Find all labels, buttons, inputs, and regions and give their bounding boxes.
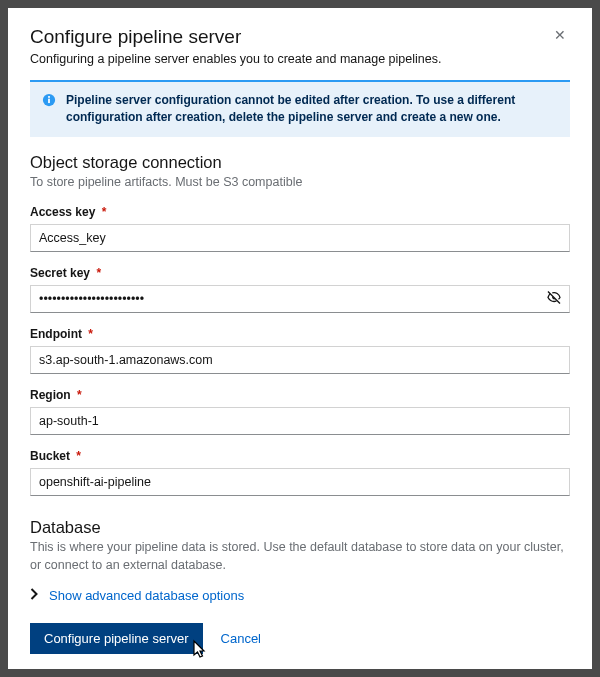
show-advanced-link[interactable]: Show advanced database options xyxy=(49,588,244,603)
required-mark: * xyxy=(96,266,101,280)
cancel-button[interactable]: Cancel xyxy=(221,631,261,646)
region-field-group: Region * xyxy=(30,388,570,435)
toggle-visibility-button[interactable] xyxy=(544,288,564,311)
cursor-icon xyxy=(189,639,209,664)
required-mark: * xyxy=(77,388,82,402)
chevron-right-icon xyxy=(30,588,39,603)
eye-slash-icon xyxy=(546,294,562,309)
access-key-field-group: Access key * xyxy=(30,205,570,252)
close-icon: ✕ xyxy=(554,27,566,43)
configure-pipeline-modal: Configure pipeline server Configuring a … xyxy=(8,8,592,669)
access-key-label: Access key * xyxy=(30,205,570,219)
storage-section-title: Object storage connection xyxy=(30,153,570,172)
database-section-subtitle: This is where your pipeline data is stor… xyxy=(30,539,570,574)
secret-key-input[interactable] xyxy=(30,285,570,313)
expand-row[interactable]: Show advanced database options xyxy=(30,588,570,603)
info-icon xyxy=(42,93,56,127)
required-mark: * xyxy=(76,449,81,463)
bucket-input[interactable] xyxy=(30,468,570,496)
secret-key-field-group: Secret key * xyxy=(30,266,570,313)
database-section-title: Database xyxy=(30,518,570,537)
region-input[interactable] xyxy=(30,407,570,435)
bucket-label: Bucket * xyxy=(30,449,570,463)
alert-message: Pipeline server configuration cannot be … xyxy=(66,92,558,127)
required-mark: * xyxy=(102,205,107,219)
configure-button[interactable]: Configure pipeline server xyxy=(30,623,203,654)
region-label: Region * xyxy=(30,388,570,402)
endpoint-label: Endpoint * xyxy=(30,327,570,341)
svg-rect-2 xyxy=(48,96,50,98)
secret-key-label: Secret key * xyxy=(30,266,570,280)
bucket-field-group: Bucket * xyxy=(30,449,570,496)
endpoint-input[interactable] xyxy=(30,346,570,374)
storage-section-subtitle: To store pipeline artifacts. Must be S3 … xyxy=(30,174,570,192)
required-mark: * xyxy=(88,327,93,341)
close-button[interactable]: ✕ xyxy=(550,26,570,44)
svg-rect-1 xyxy=(48,99,50,103)
endpoint-field-group: Endpoint * xyxy=(30,327,570,374)
access-key-input[interactable] xyxy=(30,224,570,252)
modal-subtitle: Configuring a pipeline server enables yo… xyxy=(30,52,441,66)
database-section: Database This is where your pipeline dat… xyxy=(30,518,570,603)
modal-header: Configure pipeline server Configuring a … xyxy=(30,26,570,80)
modal-footer: Configure pipeline server Cancel xyxy=(30,623,570,654)
info-alert: Pipeline server configuration cannot be … xyxy=(30,80,570,137)
modal-title: Configure pipeline server xyxy=(30,26,441,48)
